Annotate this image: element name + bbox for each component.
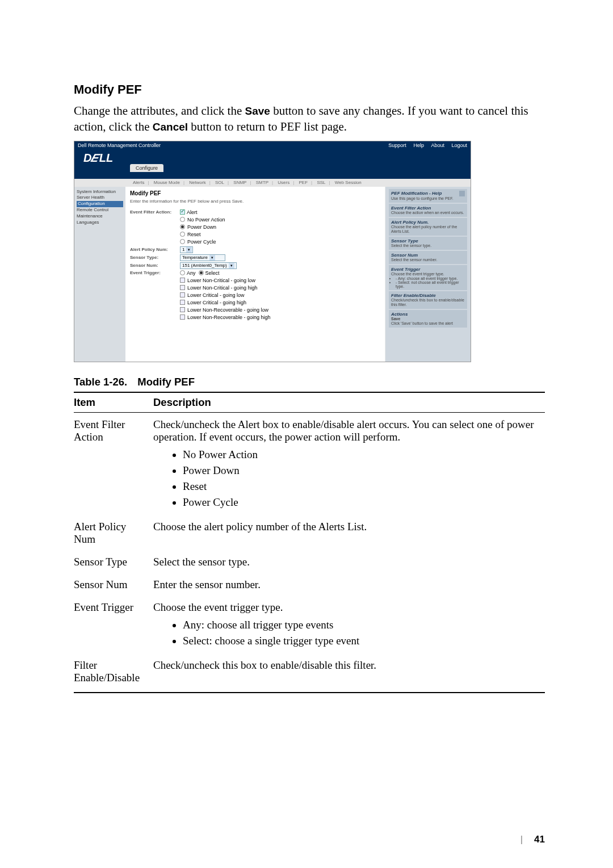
radio-no-power[interactable] — [180, 217, 185, 222]
nav-item-active[interactable]: Configuration — [77, 201, 123, 207]
help-sec-title: Alert Policy Num. — [391, 220, 465, 225]
radio-et-select[interactable] — [199, 270, 204, 275]
subtab-pef[interactable]: PEF — [297, 180, 310, 185]
cell-item: Filter Enable/Disable — [74, 653, 153, 693]
opt-label: No Power Action — [187, 217, 225, 223]
help-bullet: - Any: choose all event trigger type. — [396, 276, 465, 280]
chk-et-opt[interactable] — [180, 307, 185, 312]
chk-et-opt[interactable] — [180, 300, 185, 305]
help-sec-title: Event Filter Action — [391, 206, 465, 211]
brand-logo: DELL — [83, 152, 113, 165]
opt-label: Lower Non-Critical - going low — [187, 278, 255, 283]
link-about[interactable]: About — [431, 142, 444, 148]
help-sec-title: Sensor Type — [391, 238, 465, 244]
table-modify-pef: Item Description Event Filter Action Che… — [74, 392, 545, 693]
side-nav: System Information Server Health Configu… — [74, 187, 125, 362]
opt-label: Reset — [187, 232, 201, 237]
opt-label: Lower Critical - going high — [187, 300, 246, 305]
radio-power-cycle[interactable] — [180, 239, 185, 244]
select-sensor-num[interactable]: 151 (Ambient0_Temp)▾ — [180, 262, 237, 269]
save-word: Save — [245, 105, 270, 117]
table-caption: Table 1-26.Modify PEF — [74, 376, 545, 388]
select-sensor-type[interactable]: Temperature▾ — [180, 254, 225, 261]
help-collapse-icon[interactable] — [459, 191, 465, 196]
help-sec-body: Click 'Save' button to save the alert — [391, 321, 465, 326]
nav-item[interactable]: System Information — [77, 189, 123, 195]
help-sec-body: Check/uncheck this box to enable/disable… — [391, 298, 465, 307]
radio-power-down[interactable] — [180, 224, 185, 229]
intro-part: button to return to PEF list page. — [188, 120, 347, 133]
opt-label: Power Down — [187, 224, 216, 230]
help-sec-body: Choose the alert policy number of the Al… — [391, 225, 465, 234]
help-sec-body: Select the sensor number. — [391, 258, 465, 262]
form-subtitle: Enter the information for the PEF below … — [130, 199, 380, 204]
bullet: Reset — [183, 479, 541, 494]
radio-reset[interactable] — [180, 232, 185, 237]
screenshot-title: Dell Remote Management Controller — [78, 141, 161, 149]
subtab-sol[interactable]: SOL — [213, 180, 226, 185]
opt-label: Select — [205, 270, 220, 276]
chk-et-opt[interactable] — [180, 278, 185, 283]
bullet: Any: choose all trigger type events — [183, 617, 541, 633]
subtab-users[interactable]: Users — [276, 180, 291, 185]
opt-label: Lower Non-Critical - going high — [187, 285, 258, 291]
table-row: Sensor Num Enter the sensor number. — [74, 573, 545, 596]
cell-desc: Choose the alert policy number of the Al… — [153, 515, 545, 550]
nav-item[interactable]: Maintenance — [77, 213, 123, 220]
cell-item: Sensor Num — [74, 573, 153, 596]
cell-desc: Choose the event trigger type. — [153, 601, 283, 613]
label-sensor-num: Sensor Num: — [130, 263, 180, 268]
chk-et-opt[interactable] — [180, 292, 185, 297]
section-heading: Modify PEF — [74, 82, 545, 97]
link-help[interactable]: Help — [413, 142, 424, 148]
cell-item: Alert Policy Num — [74, 515, 153, 550]
radio-et-any[interactable] — [180, 270, 185, 275]
checkbox-alert[interactable] — [180, 209, 185, 215]
intro-part: Change the attributes, and click the — [74, 104, 245, 118]
subtab-network[interactable]: Network — [187, 180, 207, 185]
subtab-alerts[interactable]: Alerts — [131, 180, 146, 185]
page-number: |41 — [520, 834, 545, 845]
select-value: 151 (Ambient0_Temp) — [182, 262, 227, 269]
bullet: No Power Action — [183, 447, 541, 463]
form-title: Modify PEF — [130, 190, 380, 196]
bullet: Power Down — [183, 463, 541, 479]
select-alert-policy-num[interactable]: 1▾ — [180, 246, 193, 253]
th-description: Description — [153, 392, 545, 413]
nav-item[interactable]: Server Health — [77, 195, 123, 201]
chevron-down-icon: ▾ — [186, 247, 192, 253]
help-sec-body: Select the sensor type. — [391, 244, 465, 248]
chk-et-opt[interactable] — [180, 285, 185, 290]
subtab-snmp[interactable]: SNMP — [232, 180, 248, 185]
select-value: Temperature — [182, 254, 208, 261]
intro-text: Change the attributes, and click the Sav… — [74, 103, 545, 135]
nav-item[interactable]: Remote Control — [77, 207, 123, 213]
link-logout[interactable]: Logout — [451, 142, 467, 148]
table-row: Event Filter Action Check/uncheck the Al… — [74, 412, 545, 515]
chevron-down-icon: ▾ — [229, 263, 234, 269]
subtab-ssl[interactable]: SSL — [315, 180, 327, 185]
opt-label: Lower Non-Recoverable - going low — [187, 307, 268, 313]
help-save-label: Save — [391, 317, 400, 321]
bullet: Select: choose a single trigger type eve… — [183, 633, 541, 649]
label-efa: Event Filter Action: — [130, 209, 180, 215]
nav-item[interactable]: Languages — [77, 220, 123, 226]
cell-desc: Check/uncheck the Alert box to enable/di… — [153, 418, 534, 443]
label-sensor-type: Sensor Type: — [130, 255, 180, 260]
chk-et-opt[interactable] — [180, 315, 185, 320]
help-panel: PEF Modification - Help Use this page to… — [385, 187, 471, 362]
link-support[interactable]: Support — [388, 142, 406, 148]
help-bullet: - Select: not choose all event trigger t… — [396, 280, 465, 288]
subtab-websession[interactable]: Web Session — [333, 180, 363, 185]
checkbox-alert-label: Alert — [187, 209, 198, 215]
table-row: Event Trigger Choose the event trigger t… — [74, 596, 545, 653]
screenshot-modify-pef: Dell Remote Management Controller Suppor… — [74, 141, 471, 362]
help-subtitle: Use this page to configure the PEF. — [391, 196, 465, 201]
cancel-word: Cancel — [153, 121, 188, 133]
subtab-smtp[interactable]: SMTP — [254, 180, 270, 185]
table-title: Modify PEF — [137, 376, 195, 388]
tab-configure[interactable]: Configure — [130, 164, 163, 172]
subtab-mousemode[interactable]: Mouse Mode — [152, 180, 182, 185]
page-number-value: 41 — [534, 834, 545, 845]
opt-label: Any — [187, 270, 196, 276]
